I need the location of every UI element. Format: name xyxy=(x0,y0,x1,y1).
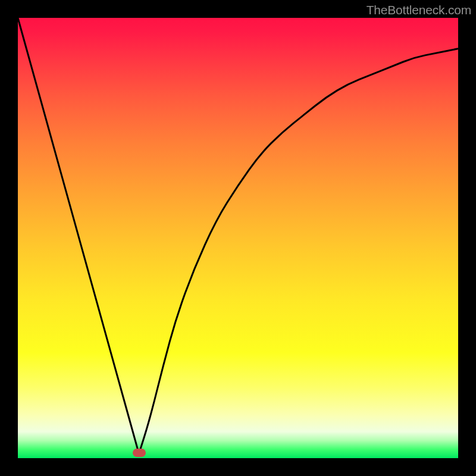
curve-svg xyxy=(18,18,458,458)
chart-frame: TheBottleneck.com xyxy=(0,0,476,476)
optimal-point-marker xyxy=(133,449,146,457)
plot-area xyxy=(18,18,458,458)
watermark-text: TheBottleneck.com xyxy=(367,3,471,17)
bottleneck-curve xyxy=(18,18,458,454)
